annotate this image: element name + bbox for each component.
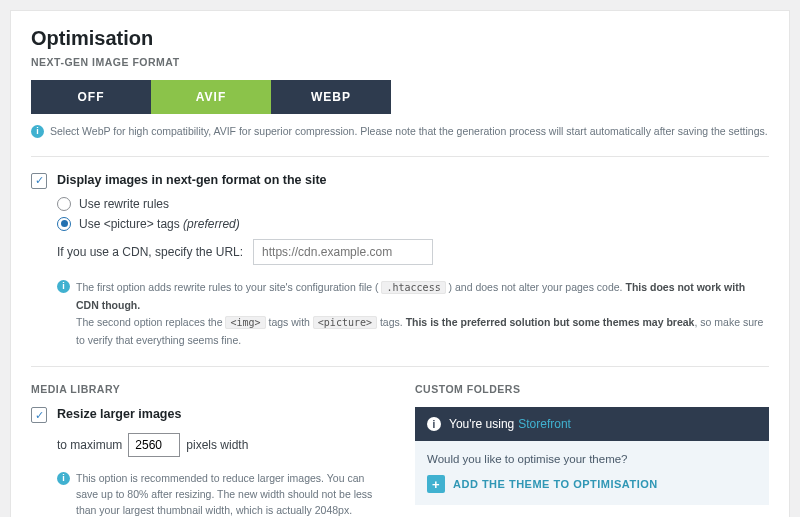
resize-unit: pixels width bbox=[186, 438, 248, 452]
cdn-label: If you use a CDN, specify the URL: bbox=[57, 245, 243, 259]
display-note-1: The first option adds rewrite rules to y… bbox=[76, 279, 769, 315]
info-icon: i bbox=[31, 125, 44, 138]
format-info: i Select WebP for high compatibility, AV… bbox=[31, 124, 769, 140]
format-tabs: OFF AVIF WEBP bbox=[31, 80, 769, 114]
tab-off[interactable]: OFF bbox=[31, 80, 151, 114]
resize-checkbox[interactable] bbox=[31, 407, 47, 423]
display-note-2: The second option replaces the <img> tag… bbox=[76, 314, 769, 350]
theme-banner-text: You're using bbox=[449, 417, 514, 431]
cdn-input[interactable] bbox=[253, 239, 433, 265]
radio-picture-label: Use <picture> tags (preferred) bbox=[79, 217, 240, 231]
info-icon: i bbox=[57, 280, 70, 293]
info-icon: i bbox=[427, 417, 441, 431]
section-custom: CUSTOM FOLDERS bbox=[415, 383, 769, 395]
plus-icon: + bbox=[427, 475, 445, 493]
theme-link[interactable]: Storefront bbox=[518, 417, 571, 431]
resize-note: This option is recommended to reduce lar… bbox=[76, 471, 385, 517]
display-label: Display images in next-gen format on the… bbox=[57, 173, 327, 187]
radio-rewrite-label: Use rewrite rules bbox=[79, 197, 169, 211]
radio-picture[interactable] bbox=[57, 217, 71, 231]
info-icon: i bbox=[57, 472, 70, 485]
add-theme-button[interactable]: + ADD THE THEME TO OPTIMISATION bbox=[427, 475, 757, 493]
resize-width-input[interactable] bbox=[128, 433, 180, 457]
section-media: MEDIA LIBRARY bbox=[31, 383, 385, 395]
display-checkbox[interactable] bbox=[31, 173, 47, 189]
page-title: Optimisation bbox=[31, 27, 769, 50]
tab-webp[interactable]: WEBP bbox=[271, 80, 391, 114]
divider bbox=[31, 156, 769, 157]
divider bbox=[31, 366, 769, 367]
format-info-text: Select WebP for high compatibility, AVIF… bbox=[50, 124, 768, 140]
theme-question: Would you like to optimise your theme? bbox=[427, 453, 757, 465]
radio-rewrite[interactable] bbox=[57, 197, 71, 211]
resize-label: Resize larger images bbox=[57, 407, 181, 421]
resize-prefix: to maximum bbox=[57, 438, 122, 452]
theme-banner: i You're using Storefront bbox=[415, 407, 769, 441]
tab-avif[interactable]: AVIF bbox=[151, 80, 271, 114]
section-nextgen: NEXT-GEN IMAGE FORMAT bbox=[31, 56, 769, 68]
